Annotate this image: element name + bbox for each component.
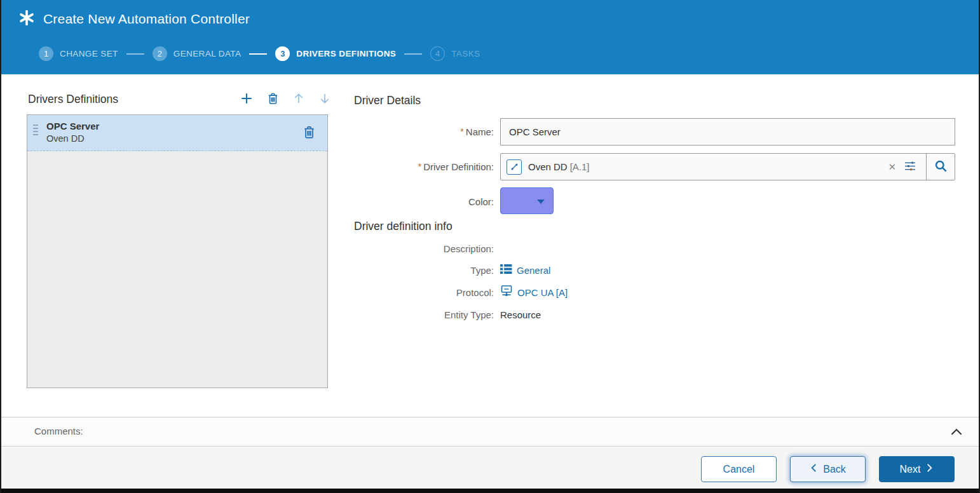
driver-definition-row: *Driver Definition: Oven DD[A.1] ✕ bbox=[354, 153, 955, 180]
x-icon: ✕ bbox=[888, 161, 896, 172]
entity-type-row: Entity Type: Resource bbox=[354, 306, 955, 323]
create-automation-controller-dialog: Create New Automation Controller 1 CHANG… bbox=[0, 0, 980, 493]
step-label: TASKS bbox=[451, 49, 480, 58]
step-label: CHANGE SET bbox=[60, 49, 118, 58]
delete-item-button[interactable] bbox=[302, 125, 316, 142]
protocol-row: Protocol: OPC UA [A] bbox=[354, 284, 955, 301]
step-general-data[interactable]: 2 GENERAL DATA bbox=[153, 46, 242, 61]
plus-icon bbox=[240, 91, 254, 107]
driver-list-item[interactable]: OPC Server Oven DD bbox=[27, 115, 327, 151]
protocol-label: Protocol: bbox=[354, 287, 500, 298]
trash-icon bbox=[266, 91, 280, 107]
arrow-down-icon bbox=[318, 91, 331, 107]
wizard-header: Create New Automation Controller 1 CHANG… bbox=[1, 0, 979, 74]
name-label: *Name: bbox=[354, 126, 500, 137]
cancel-button-label: Cancel bbox=[723, 464, 755, 475]
type-link[interactable]: General bbox=[517, 265, 550, 276]
chevron-up-icon bbox=[948, 433, 965, 442]
list-type-icon bbox=[500, 264, 512, 276]
protocol-link[interactable]: OPC UA [A] bbox=[517, 287, 568, 298]
required-marker: * bbox=[460, 126, 463, 137]
move-up-button[interactable] bbox=[291, 91, 306, 107]
asterisk-icon bbox=[18, 10, 35, 29]
delete-driver-button[interactable] bbox=[265, 91, 280, 107]
driver-definition-revision: [A.1] bbox=[570, 161, 590, 172]
search-driver-definition-button[interactable] bbox=[926, 154, 955, 180]
clear-selection-button[interactable]: ✕ bbox=[884, 159, 900, 175]
caret-down-icon bbox=[537, 199, 545, 204]
add-driver-button[interactable] bbox=[239, 91, 254, 107]
step-number: 1 bbox=[39, 46, 53, 61]
window-bottom-edge bbox=[1, 489, 979, 493]
dialog-footer: Cancel Back Next bbox=[1, 447, 979, 489]
step-label: DRIVERS DEFINITIONS bbox=[296, 49, 396, 58]
description-label: Description: bbox=[354, 243, 500, 254]
type-label: Type: bbox=[354, 265, 500, 276]
collapse-comments-button[interactable] bbox=[948, 424, 965, 442]
driver-definition-info-title: Driver definition info bbox=[354, 220, 453, 233]
driver-definition-label: *Driver Definition: bbox=[354, 161, 500, 172]
step-connector bbox=[126, 53, 144, 55]
driver-item-name: OPC Server bbox=[46, 121, 99, 132]
network-monitor-icon bbox=[500, 285, 513, 300]
step-number: 4 bbox=[430, 46, 445, 61]
wizard-steps: 1 CHANGE SET 2 GENERAL DATA 3 DRIVERS DE… bbox=[39, 46, 480, 61]
step-label: GENERAL DATA bbox=[174, 49, 242, 58]
move-down-button[interactable] bbox=[317, 91, 332, 107]
step-tasks: 4 TASKS bbox=[430, 46, 480, 61]
chevron-left-icon bbox=[810, 463, 818, 475]
drivers-list-toolbar bbox=[239, 91, 332, 107]
driver-details-title: Driver Details bbox=[354, 94, 421, 107]
required-marker: * bbox=[418, 161, 421, 172]
entity-type-value: Resource bbox=[500, 309, 541, 320]
step-number: 3 bbox=[275, 46, 290, 61]
name-row: *Name: bbox=[354, 118, 955, 145]
drivers-definitions-list: OPC Server Oven DD bbox=[27, 114, 328, 388]
step-connector bbox=[249, 53, 267, 55]
drivers-definitions-title: Drivers Definitions bbox=[28, 93, 118, 106]
step-connector bbox=[404, 53, 422, 55]
step-change-set[interactable]: 1 CHANGE SET bbox=[39, 46, 118, 61]
comments-bar[interactable]: Comments: bbox=[1, 417, 979, 447]
search-icon bbox=[934, 159, 948, 175]
type-value: General bbox=[500, 264, 550, 276]
back-button-label: Back bbox=[823, 464, 846, 475]
entity-type-label: Entity Type: bbox=[354, 309, 500, 320]
driver-item-definition: Oven DD bbox=[46, 133, 85, 144]
protocol-value: OPC UA [A] bbox=[500, 285, 568, 300]
trash-icon bbox=[302, 132, 316, 142]
type-row: Type: General bbox=[354, 262, 955, 278]
arrow-up-icon bbox=[292, 91, 305, 107]
sliders-icon bbox=[904, 165, 917, 174]
filter-settings-button[interactable] bbox=[900, 158, 922, 177]
next-button-label: Next bbox=[900, 464, 921, 475]
chevron-right-icon bbox=[925, 463, 934, 475]
color-row: Color: bbox=[354, 188, 955, 215]
next-button[interactable]: Next bbox=[879, 456, 955, 482]
back-button[interactable]: Back bbox=[790, 456, 866, 482]
color-label: Color: bbox=[354, 196, 500, 207]
link-icon bbox=[507, 159, 522, 175]
comments-label: Comments: bbox=[34, 426, 83, 436]
step-drivers-definitions[interactable]: 3 DRIVERS DEFINITIONS bbox=[275, 46, 396, 61]
name-input[interactable] bbox=[500, 118, 955, 145]
color-picker-button[interactable] bbox=[500, 187, 554, 214]
driver-definition-value: Oven DD[A.1] bbox=[528, 161, 884, 172]
description-row: Description: bbox=[354, 240, 955, 257]
drag-handle-icon[interactable] bbox=[33, 125, 38, 135]
dialog-title: Create New Automation Controller bbox=[43, 11, 250, 27]
cancel-button[interactable]: Cancel bbox=[701, 456, 777, 482]
driver-definition-picker[interactable]: Oven DD[A.1] ✕ bbox=[500, 153, 955, 180]
step-number: 2 bbox=[153, 46, 167, 61]
